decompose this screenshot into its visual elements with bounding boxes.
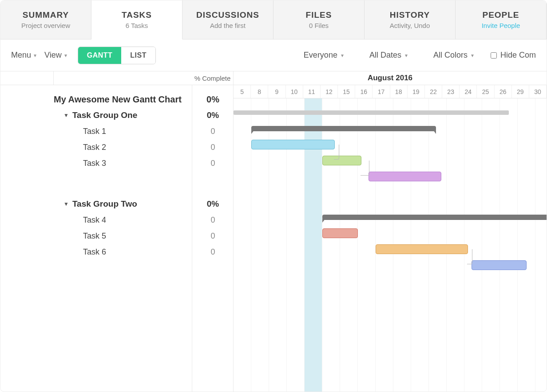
filter-dates-label: All Dates (369, 51, 401, 60)
tab-title: FILES (306, 10, 332, 20)
day-col-18: 18 (390, 85, 408, 98)
dependency-line (467, 249, 472, 264)
view-dropdown[interactable]: View ▾ (44, 51, 67, 60)
row-pct (192, 85, 234, 91)
tab-subtitle: Add the first (210, 22, 246, 29)
gantt-row (234, 241, 547, 257)
gantt-row (234, 209, 547, 225)
day-col-19: 19 (408, 85, 425, 98)
day-col-16: 16 (355, 85, 373, 98)
row-task[interactable]: Task 20 (0, 139, 233, 155)
row-task[interactable]: Task 10 (0, 123, 233, 139)
row-pct: 0% (192, 196, 234, 212)
day-col-15: 15 (338, 85, 355, 98)
row-label: Task 3 (54, 159, 192, 168)
gantt-toggle[interactable]: GANTT (78, 47, 122, 64)
list-toggle[interactable]: LIST (121, 47, 155, 64)
tab-discussions[interactable]: DISCUSSIONS Add the first (182, 0, 274, 39)
row-pct: 0 (192, 244, 234, 260)
row-pct: 0 (192, 123, 234, 139)
gantt-bar[interactable] (376, 244, 468, 254)
day-col-11: 11 (303, 85, 321, 98)
tab-subtitle[interactable]: Invite People (482, 22, 520, 29)
day-col-26: 26 (495, 85, 512, 98)
row-project[interactable]: My Awesome New Gantt Chart0% (0, 91, 233, 107)
menu-label: Menu (11, 51, 31, 60)
gantt-row (234, 225, 547, 241)
tab-title: HISTORY (390, 10, 430, 20)
chevron-down-icon: ▾ (34, 52, 36, 59)
gantt-bar[interactable] (322, 215, 547, 220)
collapse-icon[interactable]: ▼ (63, 112, 69, 118)
row-task[interactable]: Task 30 (0, 155, 233, 171)
collapse-icon[interactable]: ▼ (63, 201, 69, 207)
filter-everyone-label: Everyone (304, 51, 337, 60)
row-label: ▼ Task Group One (54, 110, 192, 120)
spacer-row (234, 184, 547, 209)
dependency-line (334, 145, 339, 160)
gantt-row (234, 257, 547, 273)
tab-title: PEOPLE (482, 10, 519, 20)
gantt-bar[interactable] (251, 126, 436, 131)
gantt-bar[interactable] (251, 140, 335, 149)
row-task[interactable]: Task 50 (0, 228, 233, 244)
col-pct-header: % Complete (192, 71, 234, 85)
menu-dropdown[interactable]: Menu ▾ (11, 51, 36, 60)
tab-files[interactable]: FILES 0 Files (274, 0, 365, 39)
day-col-5: 5 (234, 85, 251, 98)
gantt-bar[interactable] (322, 228, 358, 238)
gantt-row (234, 98, 547, 105)
tab-title: SUMMARY (23, 10, 69, 20)
gantt-bar[interactable] (234, 110, 509, 115)
tab-subtitle: Project overview (21, 22, 70, 29)
day-col-17: 17 (373, 85, 390, 98)
row-group[interactable]: ▼ Task Group Two0% (0, 196, 233, 212)
gantt-bar[interactable] (322, 156, 361, 165)
hide-completed-checkbox[interactable] (491, 52, 497, 59)
spacer-row (0, 171, 233, 196)
row-pct: 0 (192, 139, 234, 155)
hide-completed-label: Hide Com (500, 51, 536, 60)
tab-people[interactable]: PEOPLE Invite People (456, 0, 547, 39)
gantt-bar[interactable] (369, 172, 441, 181)
day-col-29: 29 (512, 85, 529, 98)
row-spacer (0, 85, 233, 91)
day-col-8: 8 (251, 85, 268, 98)
row-label: Task 6 (54, 247, 192, 257)
row-task[interactable]: Task 60 (0, 244, 233, 260)
row-label: Task 5 (54, 231, 192, 241)
day-col-10: 10 (286, 85, 303, 98)
gantt-row (234, 169, 547, 184)
day-col-24: 24 (460, 85, 477, 98)
row-label: Task 1 (54, 127, 192, 136)
view-label: View (44, 51, 62, 60)
gantt-row (234, 121, 547, 137)
filter-everyone[interactable]: Everyone ▾ (304, 51, 344, 60)
row-group[interactable]: ▼ Task Group One0% (0, 107, 233, 123)
col-spacer (0, 71, 54, 85)
view-toggle: GANTT LIST (78, 47, 156, 64)
chevron-down-icon: ▾ (405, 52, 408, 59)
day-col-22: 22 (425, 85, 442, 98)
day-col-23: 23 (442, 85, 460, 98)
row-pct: 0 (192, 155, 234, 171)
row-label: My Awesome New Gantt Chart (54, 94, 192, 105)
day-col-25: 25 (477, 85, 494, 98)
dependency-line (361, 161, 369, 176)
row-task[interactable]: Task 40 (0, 212, 233, 228)
hide-completed[interactable]: Hide Com (491, 51, 536, 60)
tab-summary[interactable]: SUMMARY Project overview (0, 0, 91, 39)
gantt-row (234, 137, 547, 153)
row-pct: 0 (192, 212, 234, 228)
row-pct: 0% (192, 107, 234, 123)
day-col-30: 30 (529, 85, 547, 98)
filter-colors[interactable]: All Colors ▾ (433, 51, 474, 60)
tab-title: TASKS (122, 10, 152, 20)
tab-tasks[interactable]: TASKS 6 Tasks (91, 0, 182, 39)
month-header: August 2016 (234, 71, 547, 85)
gantt-bar[interactable] (472, 260, 527, 270)
filter-dates[interactable]: All Dates ▾ (369, 51, 408, 60)
tab-history[interactable]: HISTORY Activity, Undo (365, 0, 456, 39)
gantt-row (234, 105, 547, 121)
tab-subtitle: 6 Tasks (126, 22, 148, 29)
